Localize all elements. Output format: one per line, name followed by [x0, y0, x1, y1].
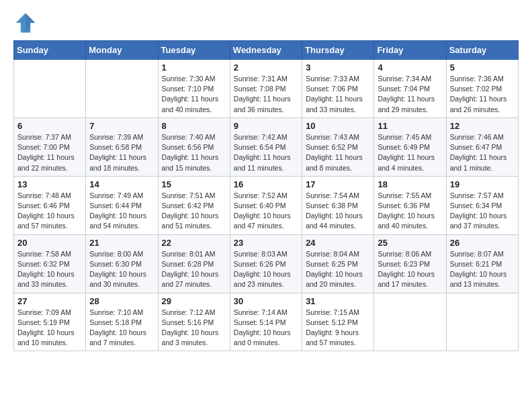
day-info: Sunrise: 7:52 AMSunset: 6:40 PMDaylight:…	[234, 191, 298, 232]
day-number: 11	[378, 121, 442, 131]
logo	[13, 11, 39, 35]
day-info: Sunrise: 7:57 AMSunset: 6:34 PMDaylight:…	[450, 191, 515, 232]
calendar-cell: 26Sunrise: 8:07 AMSunset: 6:21 PMDayligh…	[446, 234, 518, 293]
day-number: 8	[162, 121, 226, 131]
calendar-cell: 13Sunrise: 7:48 AMSunset: 6:46 PMDayligh…	[14, 176, 86, 234]
day-info: Sunrise: 7:34 AMSunset: 7:04 PMDaylight:…	[378, 74, 442, 115]
calendar-cell: 24Sunrise: 8:04 AMSunset: 6:25 PMDayligh…	[302, 234, 374, 293]
day-number: 23	[234, 238, 298, 248]
day-info: Sunrise: 7:40 AMSunset: 6:56 PMDaylight:…	[162, 132, 226, 173]
day-number: 9	[234, 121, 298, 131]
calendar-cell: 30Sunrise: 7:14 AMSunset: 5:14 PMDayligh…	[230, 293, 302, 351]
day-info: Sunrise: 7:12 AMSunset: 5:16 PMDaylight:…	[162, 308, 226, 349]
day-info: Sunrise: 8:00 AMSunset: 6:30 PMDaylight:…	[89, 249, 154, 290]
calendar-header: SundayMondayTuesdayWednesdayThursdayFrid…	[14, 41, 519, 60]
calendar-body: 1Sunrise: 7:30 AMSunset: 7:10 PMDaylight…	[14, 60, 519, 351]
day-number: 16	[234, 179, 298, 189]
calendar-cell: 14Sunrise: 7:49 AMSunset: 6:44 PMDayligh…	[86, 176, 158, 234]
day-info: Sunrise: 7:54 AMSunset: 6:38 PMDaylight:…	[306, 191, 370, 232]
calendar-cell: 23Sunrise: 8:03 AMSunset: 6:26 PMDayligh…	[230, 234, 302, 293]
calendar-week-2: 6Sunrise: 7:37 AMSunset: 7:00 PMDaylight…	[14, 118, 519, 176]
day-info: Sunrise: 7:45 AMSunset: 6:49 PMDaylight:…	[378, 132, 442, 173]
calendar-cell: 8Sunrise: 7:40 AMSunset: 6:56 PMDaylight…	[158, 118, 230, 176]
weekday-header-sunday: Sunday	[14, 41, 86, 60]
day-number: 15	[162, 179, 226, 189]
day-number: 14	[89, 179, 154, 189]
calendar-cell: 27Sunrise: 7:09 AMSunset: 5:19 PMDayligh…	[14, 293, 86, 351]
day-info: Sunrise: 7:15 AMSunset: 5:12 PMDaylight:…	[306, 308, 370, 349]
day-info: Sunrise: 8:01 AMSunset: 6:28 PMDaylight:…	[162, 249, 226, 290]
day-info: Sunrise: 8:06 AMSunset: 6:23 PMDaylight:…	[378, 249, 442, 290]
calendar-table: SundayMondayTuesdayWednesdayThursdayFrid…	[13, 40, 519, 351]
calendar-cell: 12Sunrise: 7:46 AMSunset: 6:47 PMDayligh…	[446, 118, 518, 176]
day-number: 29	[162, 296, 226, 306]
calendar-cell: 11Sunrise: 7:45 AMSunset: 6:49 PMDayligh…	[374, 118, 446, 176]
day-number: 31	[306, 296, 370, 306]
day-info: Sunrise: 7:37 AMSunset: 7:00 PMDaylight:…	[17, 132, 82, 173]
weekday-header-wednesday: Wednesday	[230, 41, 302, 60]
day-number: 12	[450, 121, 515, 131]
calendar-cell: 29Sunrise: 7:12 AMSunset: 5:16 PMDayligh…	[158, 293, 230, 351]
calendar-cell: 3Sunrise: 7:33 AMSunset: 7:06 PMDaylight…	[302, 60, 374, 118]
calendar-cell: 25Sunrise: 8:06 AMSunset: 6:23 PMDayligh…	[374, 234, 446, 293]
calendar-cell: 6Sunrise: 7:37 AMSunset: 7:00 PMDaylight…	[14, 118, 86, 176]
day-number: 21	[89, 238, 154, 248]
day-number: 2	[234, 62, 298, 73]
calendar-week-5: 27Sunrise: 7:09 AMSunset: 5:19 PMDayligh…	[14, 293, 519, 351]
day-number: 19	[450, 179, 515, 189]
calendar-cell: 4Sunrise: 7:34 AMSunset: 7:04 PMDaylight…	[374, 60, 446, 118]
calendar-cell: 17Sunrise: 7:54 AMSunset: 6:38 PMDayligh…	[302, 176, 374, 234]
day-number: 7	[89, 121, 154, 131]
day-info: Sunrise: 7:43 AMSunset: 6:52 PMDaylight:…	[306, 132, 370, 173]
day-number: 4	[378, 62, 442, 73]
day-number: 28	[89, 296, 154, 306]
day-number: 30	[234, 296, 298, 306]
calendar-cell	[374, 293, 446, 351]
day-info: Sunrise: 8:04 AMSunset: 6:25 PMDaylight:…	[306, 249, 370, 290]
day-info: Sunrise: 7:42 AMSunset: 6:54 PMDaylight:…	[234, 132, 298, 173]
day-number: 3	[306, 62, 370, 73]
day-number: 10	[306, 121, 370, 131]
weekday-header-monday: Monday	[86, 41, 158, 60]
day-number: 20	[17, 238, 82, 248]
day-info: Sunrise: 7:30 AMSunset: 7:10 PMDaylight:…	[162, 74, 226, 115]
day-number: 18	[378, 179, 442, 189]
logo-icon	[13, 11, 38, 35]
day-number: 24	[306, 238, 370, 248]
calendar-cell	[14, 60, 86, 118]
day-info: Sunrise: 7:48 AMSunset: 6:46 PMDaylight:…	[17, 191, 82, 232]
day-number: 13	[17, 179, 82, 189]
weekday-header-thursday: Thursday	[302, 41, 374, 60]
calendar-cell: 18Sunrise: 7:55 AMSunset: 6:36 PMDayligh…	[374, 176, 446, 234]
day-info: Sunrise: 7:49 AMSunset: 6:44 PMDaylight:…	[89, 191, 154, 232]
calendar-cell: 2Sunrise: 7:31 AMSunset: 7:08 PMDaylight…	[230, 60, 302, 118]
header	[13, 11, 519, 35]
calendar-cell: 7Sunrise: 7:39 AMSunset: 6:58 PMDaylight…	[86, 118, 158, 176]
calendar-cell: 9Sunrise: 7:42 AMSunset: 6:54 PMDaylight…	[230, 118, 302, 176]
day-info: Sunrise: 7:31 AMSunset: 7:08 PMDaylight:…	[234, 74, 298, 115]
day-info: Sunrise: 7:36 AMSunset: 7:02 PMDaylight:…	[450, 74, 515, 115]
page: SundayMondayTuesdayWednesdayThursdayFrid…	[0, 0, 532, 365]
day-number: 17	[306, 179, 370, 189]
calendar-cell: 16Sunrise: 7:52 AMSunset: 6:40 PMDayligh…	[230, 176, 302, 234]
day-info: Sunrise: 7:09 AMSunset: 5:19 PMDaylight:…	[17, 308, 82, 349]
calendar-cell: 10Sunrise: 7:43 AMSunset: 6:52 PMDayligh…	[302, 118, 374, 176]
calendar-cell	[86, 60, 158, 118]
calendar-cell: 22Sunrise: 8:01 AMSunset: 6:28 PMDayligh…	[158, 234, 230, 293]
day-number: 5	[450, 62, 515, 73]
day-info: Sunrise: 7:33 AMSunset: 7:06 PMDaylight:…	[306, 74, 370, 115]
weekday-header-saturday: Saturday	[446, 41, 518, 60]
day-info: Sunrise: 7:51 AMSunset: 6:42 PMDaylight:…	[162, 191, 226, 232]
calendar-cell	[446, 293, 518, 351]
calendar-week-3: 13Sunrise: 7:48 AMSunset: 6:46 PMDayligh…	[14, 176, 519, 234]
day-number: 6	[17, 121, 82, 131]
calendar-week-1: 1Sunrise: 7:30 AMSunset: 7:10 PMDaylight…	[14, 60, 519, 118]
day-info: Sunrise: 7:55 AMSunset: 6:36 PMDaylight:…	[378, 191, 442, 232]
day-number: 25	[378, 238, 442, 248]
day-info: Sunrise: 7:10 AMSunset: 5:18 PMDaylight:…	[89, 308, 154, 349]
calendar-cell: 31Sunrise: 7:15 AMSunset: 5:12 PMDayligh…	[302, 293, 374, 351]
calendar-cell: 19Sunrise: 7:57 AMSunset: 6:34 PMDayligh…	[446, 176, 518, 234]
day-info: Sunrise: 7:14 AMSunset: 5:14 PMDaylight:…	[234, 308, 298, 349]
weekday-header-friday: Friday	[374, 41, 446, 60]
calendar-cell: 28Sunrise: 7:10 AMSunset: 5:18 PMDayligh…	[86, 293, 158, 351]
